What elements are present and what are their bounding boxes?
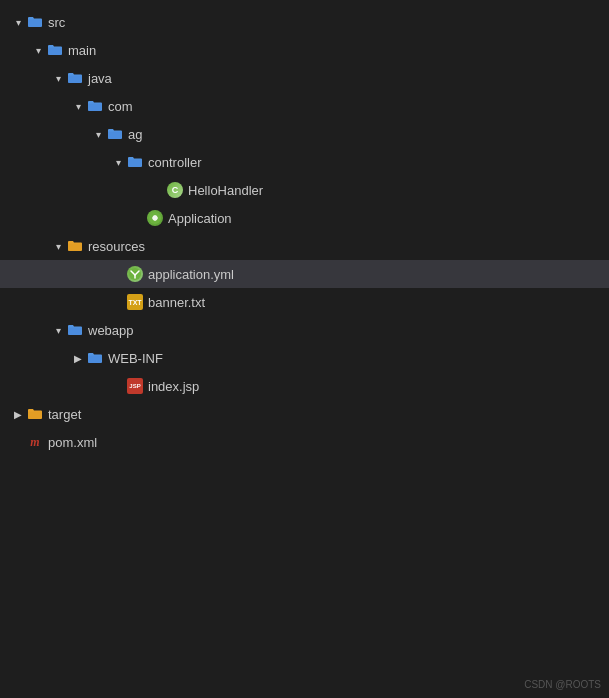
tree-item-resources[interactable]: ▾ resources	[0, 232, 609, 260]
tree-item-label: application.yml	[148, 267, 234, 282]
tree-arrow[interactable]	[150, 182, 166, 198]
tree-arrow[interactable]: ▾	[90, 126, 106, 142]
tree-item-banner.txt[interactable]: TXTbanner.txt	[0, 288, 609, 316]
icon-maven: m	[26, 433, 44, 451]
tree-container: ▾ src▾ main▾ java▾ com▾ ag▾ controllerCH…	[0, 0, 609, 464]
tree-item-pom.xml[interactable]: mpom.xml	[0, 428, 609, 456]
icon-txt: TXT	[126, 293, 144, 311]
tree-item-WEB-INF[interactable]: ▶ WEB-INF	[0, 344, 609, 372]
tree-item-label: src	[48, 15, 65, 30]
icon-folder	[46, 41, 64, 59]
icon-yaml	[126, 265, 144, 283]
tree-item-label: main	[68, 43, 96, 58]
tree-arrow[interactable]	[10, 434, 26, 450]
tree-item-label: java	[88, 71, 112, 86]
tree-item-main[interactable]: ▾ main	[0, 36, 609, 64]
tree-arrow[interactable]: ▾	[10, 14, 26, 30]
tree-item-label: pom.xml	[48, 435, 97, 450]
tree-item-webapp[interactable]: ▾ webapp	[0, 316, 609, 344]
icon-folder	[86, 97, 104, 115]
tree-item-index.jsp[interactable]: JSPindex.jsp	[0, 372, 609, 400]
tree-item-src[interactable]: ▾ src	[0, 8, 609, 36]
tree-item-label: com	[108, 99, 133, 114]
tree-arrow[interactable]	[110, 378, 126, 394]
tree-item-application.yml[interactable]: application.yml	[0, 260, 609, 288]
icon-folder	[126, 153, 144, 171]
icon-folder	[66, 237, 84, 255]
tree-item-label: WEB-INF	[108, 351, 163, 366]
tree-arrow[interactable]: ▾	[70, 98, 86, 114]
tree-arrow[interactable]: ▾	[110, 154, 126, 170]
tree-arrow[interactable]: ▶	[70, 350, 86, 366]
watermark-label: CSDN @ROOTS	[524, 679, 601, 690]
tree-arrow[interactable]: ▾	[50, 238, 66, 254]
tree-item-label: Application	[168, 211, 232, 226]
tree-item-label: controller	[148, 155, 201, 170]
tree-arrow[interactable]: ▾	[50, 70, 66, 86]
tree-item-ag[interactable]: ▾ ag	[0, 120, 609, 148]
icon-folder	[26, 13, 44, 31]
tree-item-label: webapp	[88, 323, 134, 338]
tree-item-label: HelloHandler	[188, 183, 263, 198]
tree-arrow[interactable]	[110, 294, 126, 310]
tree-arrow[interactable]	[130, 210, 146, 226]
tree-item-label: target	[48, 407, 81, 422]
tree-item-com[interactable]: ▾ com	[0, 92, 609, 120]
icon-java-spring: C	[166, 181, 184, 199]
tree-arrow[interactable]	[110, 266, 126, 282]
tree-item-java[interactable]: ▾ java	[0, 64, 609, 92]
tree-arrow[interactable]: ▶	[10, 406, 26, 422]
icon-java-springboot	[146, 209, 164, 227]
icon-folder	[66, 69, 84, 87]
tree-item-HelloHandler[interactable]: CHelloHandler	[0, 176, 609, 204]
tree-item-label: ag	[128, 127, 142, 142]
tree-item-target[interactable]: ▶ target	[0, 400, 609, 428]
icon-folder	[106, 125, 124, 143]
tree-arrow[interactable]: ▾	[50, 322, 66, 338]
tree-item-label: index.jsp	[148, 379, 199, 394]
tree-item-controller[interactable]: ▾ controller	[0, 148, 609, 176]
tree-item-label: resources	[88, 239, 145, 254]
file-tree-panel: ▾ src▾ main▾ java▾ com▾ ag▾ controllerCH…	[0, 0, 609, 698]
tree-item-label: banner.txt	[148, 295, 205, 310]
tree-arrow[interactable]: ▾	[30, 42, 46, 58]
icon-folder	[66, 321, 84, 339]
icon-folder	[26, 405, 44, 423]
icon-folder	[86, 349, 104, 367]
icon-jsp: JSP	[126, 377, 144, 395]
tree-item-Application[interactable]: Application	[0, 204, 609, 232]
